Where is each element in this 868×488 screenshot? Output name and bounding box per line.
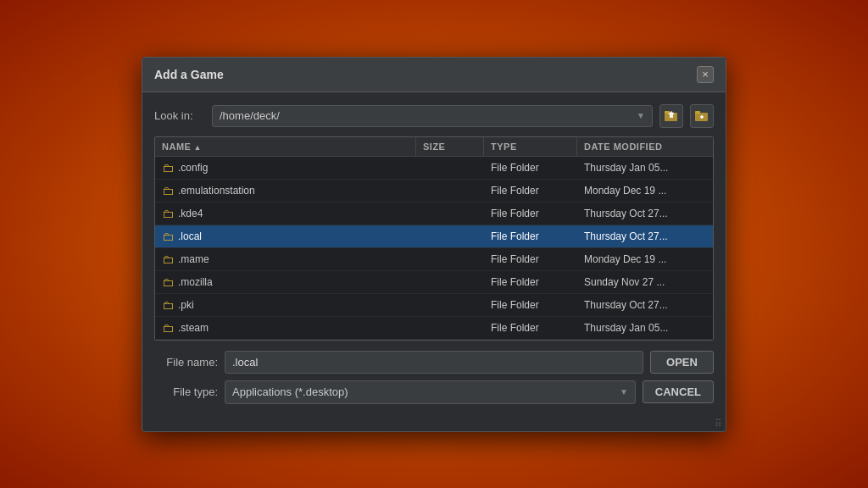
dialog-title: Add a Game [154,68,224,81]
file-name-cell: 🗀.steam [155,317,416,339]
filename-input[interactable] [225,351,643,374]
filetype-combo[interactable]: Applications (*.desktop) ▼ [225,380,636,404]
folder-icon: 🗀 [162,207,174,220]
file-type-cell: File Folder [484,271,577,293]
svg-rect-1 [665,111,670,114]
file-size-cell [416,317,484,339]
file-type-cell: File Folder [484,180,577,202]
look-in-path: /home/deck/ [220,109,280,122]
file-type-cell: File Folder [484,317,577,339]
column-size[interactable]: SIZE [416,137,484,156]
table-row[interactable]: 🗀.steamFile FolderThursday Jan 05... [155,317,713,340]
folder-icon: 🗀 [162,321,174,335]
file-date-cell: Thursday Jan 05... [577,157,713,179]
filetype-row: File type: Applications (*.desktop) ▼ CA… [154,380,714,404]
column-type[interactable]: TYPE [484,137,577,156]
folder-icon: 🗀 [162,161,174,175]
title-bar: Add a Game × [142,58,726,92]
table-row[interactable]: 🗀.emulationstationFile FolderMonday Dec … [155,180,713,202]
file-size-cell [416,294,484,316]
chevron-down-icon: ▼ [637,111,645,120]
file-type-cell: File Folder [484,202,577,225]
table-row[interactable]: 🗀.kde4File FolderThursday Oct 27... [155,202,713,225]
file-name-cell: 🗀.kde4 [155,202,416,225]
table-row[interactable]: 🗀.localFile FolderThursday Oct 27... [155,225,713,248]
file-size-cell [416,202,484,225]
close-button[interactable]: × [697,66,714,83]
file-size-cell [416,180,484,202]
file-date-cell: Monday Dec 19 ... [577,180,713,202]
look-in-label: Look in: [154,109,205,122]
file-name-cell: 🗀.local [155,225,416,247]
folder-icon: 🗀 [162,230,174,243]
filename-label: File name: [154,356,218,369]
file-date-cell: Thursday Oct 27... [577,202,713,225]
folder-icon: 🗀 [162,252,174,266]
file-size-cell [416,225,484,247]
file-date-cell: Thursday Jan 05... [577,317,713,339]
file-size-cell [416,157,484,179]
file-date-cell: Thursday Oct 27... [577,294,713,316]
column-date[interactable]: DATE MODIFIED [577,137,713,156]
file-name-cell: 🗀.emulationstation [155,180,416,202]
folder-up-icon [665,110,678,122]
file-name-cell: 🗀.mozilla [155,271,416,293]
open-button[interactable]: OPEN [650,351,714,374]
file-date-cell: Thursday Oct 27... [577,225,713,247]
dialog-body: Look in: /home/deck/ ▼ [142,92,726,416]
table-row[interactable]: 🗀.mameFile FolderMonday Dec 19 ... [155,248,713,271]
file-name-cell: 🗀.config [155,157,416,179]
folder-icon: 🗀 [162,275,174,289]
file-name-cell: 🗀.mame [155,248,416,270]
filename-row: File name: OPEN [154,351,714,374]
file-list-container: NAME SIZE TYPE DATE MODIFIED 🗀.configFil… [154,136,714,341]
folder-up-button[interactable] [659,104,683,128]
filetype-label: File type: [154,385,218,398]
filetype-value: Applications (*.desktop) [232,385,348,398]
file-date-cell: Monday Dec 19 ... [577,248,713,270]
table-row[interactable]: 🗀.mozillaFile FolderSunday Nov 27 ... [155,271,713,294]
resize-handle[interactable]: ⠿ [142,416,726,431]
file-type-cell: File Folder [484,225,577,247]
column-name[interactable]: NAME [155,137,416,156]
bottom-form: File name: OPEN File type: Applications … [154,351,714,404]
table-row[interactable]: 🗀.configFile FolderThursday Jan 05... [155,157,713,180]
table-row[interactable]: 🗀.pkiFile FolderThursday Oct 27... [155,294,713,317]
folder-icon: 🗀 [162,184,174,197]
chevron-down-icon: ▼ [620,387,628,396]
add-game-dialog: Add a Game × Look in: /home/deck/ ▼ [142,57,726,432]
folder-icon: 🗀 [162,298,174,312]
file-type-cell: File Folder [484,157,577,179]
look-in-row: Look in: /home/deck/ ▼ [154,104,714,128]
file-type-cell: File Folder [484,294,577,316]
file-date-cell: Sunday Nov 27 ... [577,271,713,293]
new-folder-button[interactable] [690,104,714,128]
file-list-body[interactable]: 🗀.configFile FolderThursday Jan 05...🗀.e… [155,157,713,340]
file-size-cell [416,248,484,270]
cancel-button[interactable]: CANCEL [643,380,714,403]
file-list-header: NAME SIZE TYPE DATE MODIFIED [155,137,713,157]
file-type-cell: File Folder [484,248,577,270]
svg-rect-4 [695,111,700,114]
file-name-cell: 🗀.pki [155,294,416,316]
new-folder-icon [695,110,709,122]
file-size-cell [416,271,484,293]
look-in-combo[interactable]: /home/deck/ ▼ [212,105,653,127]
